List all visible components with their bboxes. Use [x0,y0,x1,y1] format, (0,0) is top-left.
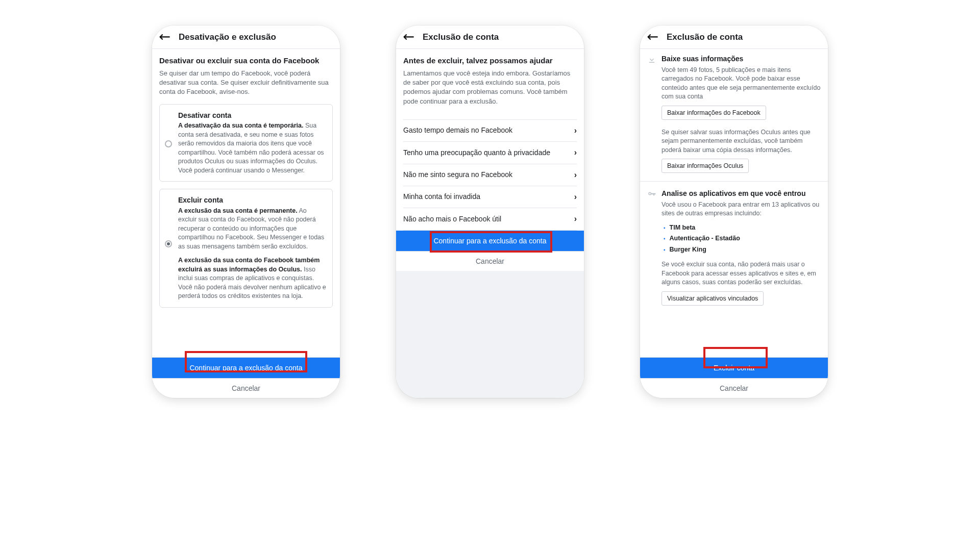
empty-area [396,271,584,398]
header-title: Desativação e exclusão [179,32,276,42]
reason-label: Não acho mais o Facebook útil [403,214,501,224]
header: 🡐 Exclusão de conta [640,26,828,49]
radio-deactivate[interactable] [165,140,172,147]
reason-label: Gasto tempo demais no Facebook [403,126,512,136]
phone-screen-1: 🡐 Desativação e exclusão Desativar ou ex… [152,26,340,398]
page-description: Lamentamos que você esteja indo embora. … [403,69,577,106]
download-oculus-button[interactable]: Baixar informações Oculus [662,159,749,173]
reason-item[interactable]: Minha conta foi invadida› [403,186,577,208]
cancel-button[interactable]: Cancelar [152,378,340,398]
app-item: TIM beta [664,222,821,234]
app-item: Burger King [664,244,821,256]
content-area: Desativar ou excluir sua conta do Facebo… [152,49,340,357]
cancel-button[interactable]: Cancelar [640,378,828,398]
app-item: Autenticação - Estadão [664,233,821,244]
content-area: Antes de excluir, talvez possamos ajudar… [396,49,584,398]
back-icon[interactable]: 🡐 [647,32,658,43]
chevron-right-icon: › [574,125,577,136]
bottom-actions: Excluir conta Cancelar [640,357,828,398]
option-title: Excluir conta [178,195,326,206]
header-title: Exclusão de conta [667,32,743,42]
radio-delete[interactable] [165,240,172,247]
bottom-actions: Continuar para a exclusão da conta Cance… [152,357,340,398]
oculus-description: Se quiser salvar suas informações Oculus… [662,128,821,155]
download-info-section: Baixe suas informações Você tem 49 fotos… [647,54,821,173]
back-icon[interactable]: 🡐 [403,32,414,43]
reason-label: Tenho uma preocupação quanto à privacida… [403,148,550,158]
option-text: A exclusão da sua conta é permanente. Ao… [178,207,326,252]
phone-screen-2: 🡐 Exclusão de conta Antes de excluir, ta… [396,26,584,398]
reason-item[interactable]: Tenho uma preocupação quanto à privacida… [403,141,577,163]
continue-delete-button[interactable]: Continuar para a exclusão da conta [152,358,340,378]
download-title: Baixe suas informações [662,54,821,64]
option-text: A exclusão da sua conta do Facebook tamb… [178,256,326,301]
header: 🡐 Exclusão de conta [396,26,584,49]
page-heading: Desativar ou excluir sua conta do Facebo… [159,55,333,66]
back-icon[interactable]: 🡐 [159,32,170,43]
download-description: Você tem 49 fotos, 5 publicações e mais … [662,66,821,102]
view-linked-apps-button[interactable]: Visualizar aplicativos vinculados [662,291,764,306]
content-area: Baixe suas informações Você tem 49 fotos… [640,49,828,357]
reason-list: Gasto tempo demais no Facebook› Tenho um… [403,119,577,231]
apps-warning: Se você excluir sua conta, não poderá ma… [662,260,821,287]
reason-item[interactable]: Não acho mais o Facebook útil› [403,208,577,230]
cancel-button[interactable]: Cancelar [396,251,584,271]
apps-list: TIM beta Autenticação - Estadão Burger K… [662,222,821,256]
reason-item[interactable]: Não me sinto segura no Facebook› [403,164,577,186]
apps-description: Você usou o Facebook para entrar em 13 a… [662,201,821,218]
download-facebook-button[interactable]: Baixar informações do Facebook [662,106,766,120]
option-title: Desativar conta [178,111,326,121]
page-heading: Antes de excluir, talvez possamos ajudar [403,55,577,66]
page-description: Se quiser dar um tempo do Facebook, você… [159,69,333,97]
option-deactivate[interactable]: Desativar conta A desativação da sua con… [159,104,333,182]
option-delete[interactable]: Excluir conta A exclusão da sua conta é … [159,189,333,308]
chevron-right-icon: › [574,191,577,203]
phone-screen-3: 🡐 Exclusão de conta Baixe suas informaçõ… [640,26,828,398]
continue-delete-button[interactable]: Continuar para a exclusão da conta [396,231,584,251]
divider [640,181,828,182]
download-icon [647,54,662,173]
key-icon [647,189,662,306]
option-text: A desativação da sua conta é temporária.… [178,121,326,175]
chevron-right-icon: › [574,169,577,181]
chevron-right-icon: › [574,147,577,158]
header: 🡐 Desativação e exclusão [152,26,340,49]
reason-label: Não me sinto segura no Facebook [403,170,512,180]
reason-label: Minha conta foi invadida [403,192,480,202]
apps-section: Analise os aplicativos em que você entro… [647,189,821,306]
chevron-right-icon: › [574,213,577,224]
header-title: Exclusão de conta [423,32,499,42]
apps-title: Analise os aplicativos em que você entro… [662,189,821,199]
reason-item[interactable]: Gasto tempo demais no Facebook› [403,119,577,141]
delete-account-button[interactable]: Excluir conta [640,358,828,378]
